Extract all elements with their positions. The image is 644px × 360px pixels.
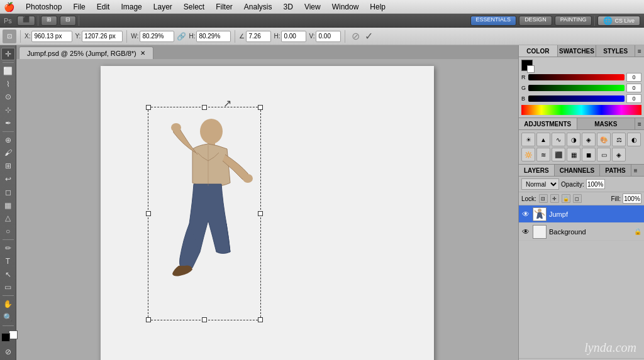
r-value-input[interactable]: [626, 73, 641, 82]
gradient-tool[interactable]: ▦: [1, 199, 15, 212]
canvas-content[interactable]: ↗: [16, 59, 518, 360]
handle-bottom-right[interactable]: [258, 317, 263, 322]
lasso-tool[interactable]: ⌇: [1, 78, 15, 90]
text-tool[interactable]: T: [1, 255, 15, 268]
shape-tool[interactable]: ▭: [1, 281, 15, 293]
fill-input[interactable]: [623, 194, 641, 204]
vibrance-btn[interactable]: ◈: [582, 133, 596, 146]
eraser-tool[interactable]: ◻: [1, 186, 15, 199]
quick-mask-btn[interactable]: ⊘: [1, 346, 15, 358]
layer-row-jumpf[interactable]: 👁 Jumpf: [519, 205, 644, 223]
exposure-btn[interactable]: ◑: [567, 133, 580, 146]
lock-all-icon[interactable]: 🔒: [562, 194, 570, 203]
adj-panel-options[interactable]: ≡: [635, 118, 644, 129]
menu-analysis[interactable]: Analysis: [239, 1, 277, 13]
layer-row-background[interactable]: 👁 Background 🔒: [519, 223, 644, 241]
dodge-tool[interactable]: ○: [1, 225, 15, 237]
menu-help[interactable]: Help: [365, 1, 391, 13]
handle-bottom-middle[interactable]: [202, 317, 207, 322]
workspace-mode-btn[interactable]: ⬛: [17, 16, 35, 26]
invert-btn[interactable]: ⬛: [552, 148, 565, 161]
bw-btn[interactable]: ◐: [627, 133, 641, 146]
commit-transform-icon[interactable]: ✓: [365, 30, 373, 42]
handle-middle-left[interactable]: [146, 211, 151, 216]
transform-layer[interactable]: [148, 107, 261, 320]
fg-color-swatch[interactable]: [521, 60, 533, 71]
tab-color[interactable]: COLOR: [519, 45, 558, 57]
lock-transparency-icon[interactable]: ◻: [573, 194, 582, 203]
w-input[interactable]: [140, 31, 174, 42]
v-skew-input[interactable]: [316, 31, 341, 42]
handle-top-right[interactable]: [258, 105, 263, 110]
marquee-tool[interactable]: ⬜: [1, 65, 15, 77]
selective-color-btn[interactable]: ◈: [612, 148, 626, 161]
canvas-tab[interactable]: Jumpf.psd @ 25% (Jumpf, RGB/8*) ✕: [19, 46, 153, 59]
gradient-map-btn[interactable]: ▭: [597, 148, 611, 161]
pen-tool[interactable]: ✏: [1, 242, 15, 254]
tab-paths[interactable]: PATHS: [600, 165, 631, 176]
color-panel-options[interactable]: ≡: [635, 45, 644, 57]
apple-menu[interactable]: 🍎: [4, 2, 14, 12]
menu-3d[interactable]: 3D: [279, 1, 298, 13]
tab-swatches[interactable]: SWATCHES: [558, 45, 597, 57]
h-skew-input[interactable]: [281, 31, 306, 42]
arrange-btn2[interactable]: ⊟: [60, 16, 76, 26]
painting-btn[interactable]: PAINTING: [555, 16, 592, 26]
y-input[interactable]: [82, 31, 123, 42]
zoom-tool[interactable]: 🔍: [1, 311, 15, 324]
r-slider[interactable]: [528, 74, 625, 80]
g-value-input[interactable]: [626, 84, 641, 92]
stamp-tool[interactable]: ⊞: [1, 160, 15, 172]
handle-middle-right[interactable]: [258, 211, 263, 216]
levels-btn[interactable]: ▲: [536, 133, 550, 146]
arrange-btn[interactable]: ⊞: [41, 16, 57, 26]
menu-view[interactable]: View: [299, 1, 326, 13]
photo-filter-btn[interactable]: 🔆: [521, 148, 535, 161]
x-input[interactable]: [31, 31, 72, 42]
background-color[interactable]: [9, 330, 18, 339]
eyedropper-tool[interactable]: ✒: [1, 117, 15, 129]
crop-tool[interactable]: ⊹: [1, 104, 15, 116]
posterize-btn[interactable]: ▦: [567, 148, 580, 161]
channel-mixer-btn[interactable]: ≋: [536, 148, 550, 161]
b-value-input[interactable]: [626, 94, 641, 103]
hue-sat-btn[interactable]: 🎨: [597, 133, 611, 146]
essentials-btn[interactable]: ESSENTIALS: [470, 16, 517, 26]
menu-window[interactable]: Window: [327, 1, 364, 13]
handle-top-middle[interactable]: [202, 105, 207, 110]
g-slider[interactable]: [528, 85, 625, 91]
history-brush-tool[interactable]: ↩: [1, 173, 15, 185]
menu-layer[interactable]: Layer: [148, 1, 177, 13]
bg-color-mini[interactable]: [527, 65, 535, 73]
cancel-transform-icon[interactable]: ⊘: [352, 30, 360, 42]
healing-tool[interactable]: ⊕: [1, 134, 15, 146]
close-tab-icon[interactable]: ✕: [140, 50, 145, 57]
link-proportions-icon[interactable]: 🔗: [177, 32, 186, 41]
color-balance-btn[interactable]: ⚖: [612, 133, 626, 146]
move-tool[interactable]: ✛: [1, 48, 15, 60]
brush-tool[interactable]: 🖌: [1, 147, 15, 160]
menu-filter[interactable]: Filter: [211, 1, 238, 13]
tab-styles[interactable]: STYLES: [596, 45, 635, 57]
tab-adjustments[interactable]: ADJUSTMENTS: [519, 118, 577, 129]
h-input[interactable]: [196, 31, 231, 42]
foreground-color[interactable]: [1, 333, 10, 342]
blend-mode-select[interactable]: Normal Multiply Screen: [521, 178, 559, 190]
cs-live-btn[interactable]: 🌐 CS Live: [597, 16, 640, 26]
menu-edit[interactable]: Edit: [92, 1, 115, 13]
layer-vis-bg[interactable]: 👁: [521, 227, 530, 236]
b-slider[interactable]: [528, 95, 625, 102]
layers-panel-options[interactable]: ≡: [631, 165, 640, 176]
threshold-btn[interactable]: ◼: [582, 148, 596, 161]
menu-image[interactable]: Image: [116, 1, 147, 13]
tab-masks[interactable]: MASKS: [577, 118, 636, 129]
layer-vis-jumpf[interactable]: 👁: [521, 210, 530, 219]
curves-btn[interactable]: ∿: [552, 133, 565, 146]
opacity-input[interactable]: [586, 179, 605, 189]
menu-photoshop[interactable]: Photoshop: [21, 1, 67, 13]
handle-bottom-left[interactable]: [146, 317, 151, 322]
lock-pixels-icon[interactable]: ⊡: [539, 194, 548, 203]
tab-layers[interactable]: LAYERS: [519, 165, 555, 176]
brightness-contrast-btn[interactable]: ☀: [521, 133, 535, 146]
angle-input[interactable]: [246, 31, 271, 42]
